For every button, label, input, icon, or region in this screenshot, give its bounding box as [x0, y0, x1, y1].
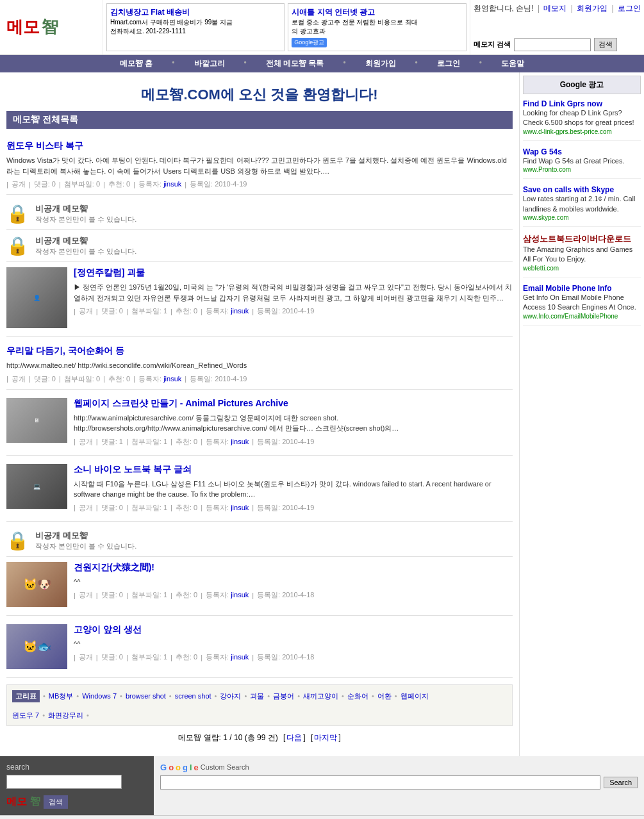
post-text: 웹페이지 스크린샷 만들기 - Animal Pictures Archive …: [74, 398, 513, 447]
tag-fish[interactable]: 어환: [377, 691, 392, 701]
post-thumbnail: 👤: [6, 267, 67, 328]
footer-search-bar: search 메모 智 검색 Google Custom Search Sear…: [0, 756, 644, 815]
pagination-last[interactable]: 마지막: [314, 733, 337, 742]
nav-login-link[interactable]: 로그인: [618, 4, 641, 13]
author-link[interactable]: jinsuk: [163, 180, 181, 188]
author-link[interactable]: jinsuk: [231, 307, 249, 315]
post-with-image: 🐱🐟 고양이 앞의 생선 ^^ |공개|댓글: 0|첨부파일: 1|추천: 0|…: [6, 624, 513, 669]
header-search-input[interactable]: [514, 38, 591, 51]
thumbnail-catdog-icon: 🐱🐶: [23, 577, 51, 592]
sidebar-ad-1: Find D Link Gprs now Looking for cheap D…: [523, 99, 641, 141]
post-content: http://www.animalpicturesarchive.com/ 동물…: [74, 413, 513, 434]
logo-chab: 智: [42, 17, 58, 37]
pagination-next[interactable]: 다음: [286, 733, 302, 742]
post-title[interactable]: 견원지간(犬猿之間)!: [74, 562, 513, 574]
post-text: 견원지간(犬猿之間)! ^^ |공개|댓글: 0|첨부파일: 1|추천: 0|등…: [74, 562, 513, 607]
nav-login[interactable]: 로그인: [437, 58, 460, 69]
sidebar-ad-4-title[interactable]: 삼성노트북드라이버다운로드: [523, 233, 641, 245]
logo-memo: 메모: [6, 17, 40, 37]
tag-win7[interactable]: 윈도우 7: [12, 711, 39, 720]
ad1-line2: 전화하세요. 201-229-1111: [110, 27, 281, 36]
tag-screenlock[interactable]: 화면강무리: [48, 711, 83, 720]
post-title[interactable]: 윈도우 비스타 복구: [6, 140, 513, 152]
tags-label: 고리표: [12, 690, 40, 702]
ad2-line1: 로컬 중소 광고주 전문 저렴한 비용으로 최대: [292, 18, 462, 27]
post-meta: |공개|댓글: 0|첨부파일: 0|추천: 0|등록자: jinsuk|등록일:…: [6, 374, 513, 384]
google-ad-img: Google광고: [292, 38, 327, 47]
post-item: 우리말 다듬기, 국어순화어 등 http://www.malteo.net/ …: [6, 340, 513, 390]
private-desc: 작성자 본인만이 볼 수 있습니다.: [35, 542, 136, 551]
sidebar-ad-4: 삼성노트북드라이버다운로드 The Amazing Graphics and G…: [523, 233, 641, 277]
post-title[interactable]: 웹페이지 스크린샷 만들기 - Animal Pictures Archive: [74, 398, 513, 410]
tag-goldfish[interactable]: 금붕어: [273, 691, 294, 701]
page-title: 메모智.COM에 오신 것을 환영합니다!: [6, 85, 513, 104]
post-item: 🖥 웹페이지 스크린샷 만들기 - Animal Pictures Archiv…: [6, 393, 513, 456]
post-title[interactable]: 고양이 앞의 생선: [74, 624, 513, 636]
tag-puppy[interactable]: 강아지: [220, 691, 241, 701]
post-content: 시작할 때 F10을 누른다. LG나 삼성은 F11 소니 바이오 놋북(윈도…: [74, 479, 513, 500]
footer-search-btn[interactable]: 검색: [44, 795, 68, 809]
private-post: 🔒 비공개 메모智 작성자 본인만이 볼 수 있습니다.: [6, 525, 513, 557]
section-header: 메모智 전체목록: [6, 111, 513, 129]
author-link[interactable]: jinsuk: [163, 375, 181, 383]
custom-search-label: Custom Search: [201, 763, 249, 771]
tag-mb[interactable]: MB청부: [49, 691, 74, 701]
author-link[interactable]: jinsuk: [231, 591, 249, 599]
footer-search-label: search: [6, 763, 147, 772]
sidebar-ad-3-desc: Low rates starting at 2.1¢ / min. Call l…: [523, 194, 641, 214]
author-link[interactable]: jinsuk: [231, 504, 249, 511]
tag-screenshot[interactable]: screen shot: [175, 692, 211, 700]
sidebar-ad-1-title[interactable]: Find D Link Gprs now: [523, 99, 641, 108]
post-item: 윈도우 비스타 복구 Windows Vista가 맛이 갔다. 아예 부팅이 …: [6, 135, 513, 195]
tag-webpage[interactable]: 웹페이지: [400, 691, 429, 701]
sidebar-ad-3-title[interactable]: Save on calls with Skype: [523, 185, 641, 194]
footer-google-search-input[interactable]: [160, 775, 600, 790]
main-container: 메모智.COM에 오신 것을 환영합니다! 메모智 전체목록 윈도우 비스타 복…: [0, 72, 644, 756]
footer-search-right: Google Custom Search Search: [154, 756, 644, 815]
nav-help[interactable]: 도움말: [501, 58, 524, 69]
footer-logo-memo: 메모: [6, 795, 27, 809]
nav-outer[interactable]: 바깔고리: [194, 58, 225, 69]
bottom-footer: 모든 지식은 개인의 소유입니다. 그 외의 다른 내용은 Copyright …: [0, 815, 644, 820]
tag-monster[interactable]: 괴물: [250, 691, 264, 701]
ad2-title[interactable]: 시애틀 지역 인터넷 광고: [292, 7, 462, 18]
post-title[interactable]: [정연주칼럼] 괴물: [74, 267, 513, 279]
thumbnail-laptop-icon: 💻: [33, 483, 40, 490]
author-link[interactable]: jinsuk: [231, 653, 249, 661]
author-link[interactable]: jinsuk: [231, 438, 249, 445]
post-title[interactable]: 소니 바이오 노트북 복구 글쇠: [74, 464, 513, 476]
footer-logo-chab: 智: [30, 795, 40, 809]
nav-memoji-link[interactable]: 메모지: [543, 4, 566, 13]
sidebar-ad-1-url: www.d-link-gprs.best-price.com: [523, 128, 641, 135]
lock-icon: 🔒: [6, 203, 29, 224]
main-nav: 메모智 홈 • 바깔고리 • 전체 메모智 목록 • 회원가입 • 로그인 • …: [0, 55, 644, 72]
tag-purified[interactable]: 순화어: [347, 691, 368, 701]
post-meta: |공개|댓글: 0|첨부파일: 1|추천: 0|등록자: jinsuk|등록일:…: [74, 306, 513, 316]
post-item: 💻 소니 바이오 노트북 복구 글쇠 시작할 때 F10을 누른다. LG나 삼…: [6, 459, 513, 522]
tag-browsershot[interactable]: browser shot: [126, 692, 166, 700]
nav-all-list[interactable]: 전체 메모智 목록: [266, 58, 324, 69]
nav-join-link[interactable]: 회원가입: [577, 4, 607, 13]
header-search-button[interactable]: 검색: [594, 38, 617, 51]
sidebar-ad-2-title[interactable]: Wap G 54s: [523, 147, 641, 156]
tags-section: 고리표 • MB청부 • Windows 7 • browser shot • …: [6, 684, 513, 726]
post-text: [정연주칼럼] 괴물 ▶ 정연주 언론인 1975년 1월20일, 미국의 는 …: [74, 267, 513, 328]
nav-home[interactable]: 메모智 홈: [120, 58, 153, 69]
post-title[interactable]: 우리말 다듬기, 국어순화어 등: [6, 345, 513, 357]
ad2-line2: 의 광고효과: [292, 27, 462, 36]
footer-google-search-button[interactable]: Search: [604, 777, 638, 788]
tag-kitten[interactable]: 새끼고양이: [303, 691, 338, 701]
thumbnail-screen-icon: 🖥: [34, 417, 40, 424]
ad-banner-1: 김치냉장고 Flat 배송비 Hmart.com서 구매하면 배송비가 99불 …: [106, 3, 285, 51]
ad1-title[interactable]: 김치냉장고 Flat 배송비: [110, 7, 281, 18]
site-logo[interactable]: 메모 智: [6, 16, 58, 38]
footer-search-input[interactable]: [6, 775, 122, 789]
post-thumbnail: 🖥: [6, 398, 67, 443]
nav-join[interactable]: 회원가입: [365, 58, 396, 69]
sidebar-ad-5-desc: Get Info On Email Mobile Phone Access 10…: [523, 293, 641, 313]
tag-windows7[interactable]: Windows 7: [82, 692, 117, 700]
sidebar-ad-5-title[interactable]: Email Mobile Phone Info: [523, 284, 641, 293]
private-post: 🔒 비공개 메모智 작성자 본인만이 볼 수 있습니다.: [6, 198, 513, 230]
ads-area: 김치냉장고 Flat 배송비 Hmart.com서 구매하면 배송비가 99불 …: [103, 0, 470, 54]
sidebar-ad-3-url: www.skype.com: [523, 214, 641, 221]
